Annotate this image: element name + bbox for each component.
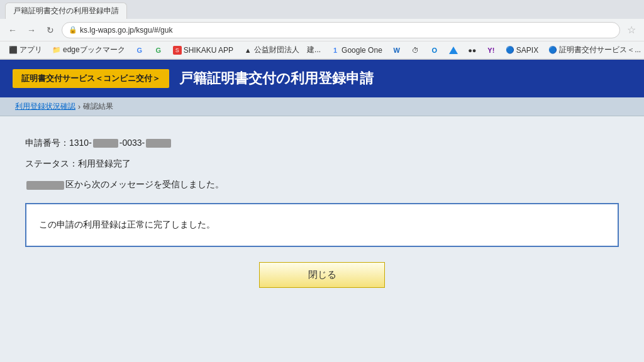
- service-badge: 証明書交付サービス＜コンビニ交付＞: [13, 69, 169, 88]
- bookmark-google-one[interactable]: 1 Google One: [327, 45, 386, 56]
- message-intro-label: 区から次のメッセージを受信しました。: [65, 179, 224, 189]
- bookmark-apps-label: アプリ: [19, 45, 42, 55]
- browser-chrome: 戸籍証明書交付の利用登録申請 ← → ↻ 🔒 ks.lg-waps.go.jp/…: [0, 0, 644, 60]
- bookmarks-bar: ⬛ アプリ 📁 edgeブックマーク G G S SHIKAKU APP ▲ 公…: [0, 41, 644, 59]
- redacted-2: [146, 139, 171, 148]
- status-label: ステータス：利用登録完了: [25, 158, 131, 168]
- tab-bar: 戸籍証明書交付の利用登録申請: [0, 0, 644, 19]
- bookmark-apps[interactable]: ⬛ アプリ: [5, 43, 46, 57]
- redacted-1: [93, 139, 118, 148]
- bookmark-g2[interactable]: G: [150, 45, 167, 56]
- bookmark-shikaku[interactable]: S SHIKAKU APP: [169, 45, 237, 56]
- word-icon: W: [392, 46, 401, 55]
- google-one-icon: 1: [331, 46, 340, 55]
- bookmark-google-one-label: Google One: [341, 46, 382, 55]
- application-number-mid: -0033-: [119, 138, 145, 148]
- outlook-icon: O: [430, 46, 439, 55]
- close-button-container: 閉じる: [25, 262, 619, 288]
- lock-icon: 🔒: [69, 26, 77, 34]
- bookmark-outlook[interactable]: O: [426, 45, 443, 56]
- message-intro-block: 区から次のメッセージを受信しました。: [25, 177, 619, 192]
- breadcrumb-separator: ›: [78, 102, 80, 111]
- application-number-label: 申請番号：1310-: [25, 138, 92, 148]
- bookmark-word[interactable]: W: [389, 45, 405, 56]
- nav-bar: ← → ↻ 🔒 ks.lg-waps.go.jp/ksgu/#/guk ☆: [0, 19, 644, 41]
- tab-title: 戸籍証明書交付の利用登録申請: [13, 6, 119, 16]
- yahoo-icon: Y!: [487, 46, 496, 55]
- svg-marker-0: [449, 47, 458, 54]
- bookmark-edge[interactable]: 📁 edgeブックマーク: [48, 43, 129, 57]
- bookmark-dots[interactable]: ●●: [464, 45, 480, 56]
- g2-icon: G: [154, 46, 163, 55]
- bookmark-shomeisho[interactable]: 🔵 証明書交付サービス＜...: [545, 43, 644, 57]
- clock-icon: ⏱: [411, 46, 420, 55]
- active-tab[interactable]: 戸籍証明書交付の利用登録申請: [5, 3, 127, 19]
- edge-icon: 📁: [52, 46, 61, 55]
- bookmark-g1[interactable]: G: [131, 45, 148, 56]
- address-text: ks.lg-waps.go.jp/ksgu/#/guk: [80, 26, 172, 35]
- bookmark-sapix[interactable]: 🔵 SAPIX: [502, 45, 542, 56]
- message-body: この申請の利用登録は正常に完了しました。: [39, 219, 215, 229]
- address-bar[interactable]: 🔒 ks.lg-waps.go.jp/ksgu/#/guk: [62, 22, 620, 38]
- breadcrumb-step2: 確認結果: [83, 101, 113, 112]
- bookmark-star-button[interactable]: ☆: [624, 23, 639, 38]
- back-button[interactable]: ←: [5, 23, 20, 38]
- close-button[interactable]: 閉じる: [259, 262, 385, 288]
- bookmark-koueki-label: 公益財団法人 建...: [254, 45, 321, 55]
- sapix-icon: 🔵: [506, 46, 514, 55]
- bookmark-clock[interactable]: ⏱: [408, 45, 424, 56]
- breadcrumb-step1[interactable]: 利用登録状況確認: [15, 101, 75, 112]
- bookmark-drive[interactable]: [445, 45, 462, 56]
- bookmark-yahoo[interactable]: Y!: [483, 45, 499, 56]
- forward-button[interactable]: →: [24, 23, 39, 38]
- message-box: この申請の利用登録は正常に完了しました。: [25, 203, 619, 247]
- bookmark-sapix-label: SAPIX: [516, 46, 538, 55]
- dots-icon: ●●: [468, 46, 477, 55]
- bookmark-shikaku-label: SHIKAKU APP: [184, 46, 233, 55]
- page-content: 証明書交付サービス＜コンビニ交付＞ 戸籍証明書交付の利用登録申請 利用登録状況確…: [0, 60, 644, 362]
- koueki-icon: ▲: [243, 46, 252, 55]
- g1-icon: G: [135, 46, 144, 55]
- breadcrumb: 利用登録状況確認 › 確認結果: [0, 97, 644, 116]
- reload-button[interactable]: ↻: [43, 23, 58, 38]
- shikaku-icon: S: [173, 46, 182, 55]
- shomeisho-icon: 🔵: [548, 46, 557, 55]
- apps-icon: ⬛: [9, 46, 18, 55]
- bookmark-shomeisho-label: 証明書交付サービス＜...: [559, 45, 641, 55]
- application-number-block: 申請番号：1310- -0033-: [25, 135, 619, 151]
- page-header: 証明書交付サービス＜コンビニ交付＞ 戸籍証明書交付の利用登録申請: [0, 60, 644, 97]
- main-area: 申請番号：1310- -0033- ステータス：利用登録完了 区から次のメッセー…: [0, 116, 644, 300]
- drive-icon: [449, 46, 458, 55]
- bookmark-edge-label: edgeブックマーク: [63, 45, 125, 55]
- bookmark-koueki[interactable]: ▲ 公益財団法人 建...: [240, 43, 325, 57]
- page-title: 戸籍証明書交付の利用登録申請: [179, 69, 374, 88]
- status-block: ステータス：利用登録完了: [25, 156, 619, 172]
- redacted-3: [26, 181, 64, 190]
